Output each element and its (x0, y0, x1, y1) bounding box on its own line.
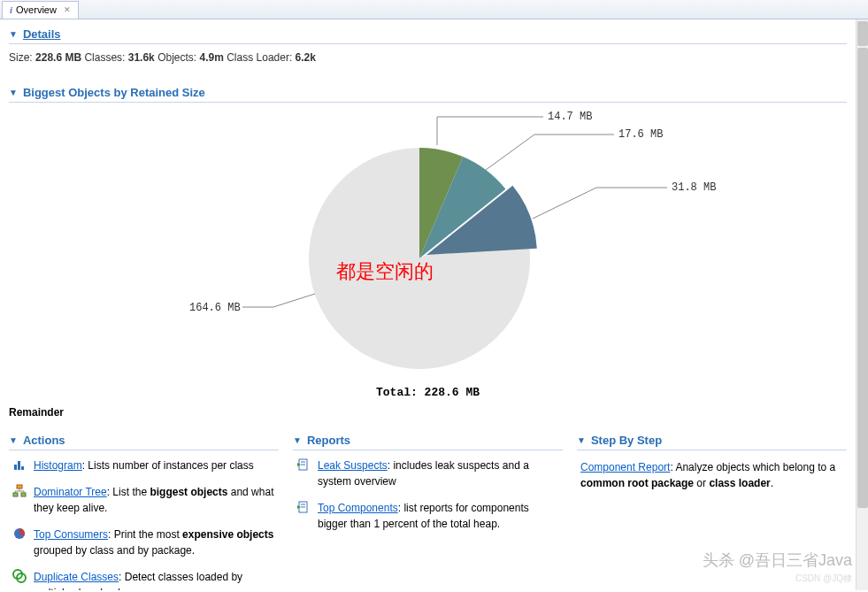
action-dominator: Dominator Tree: List the biggest objects… (9, 477, 279, 519)
section-title: Reports (307, 434, 350, 447)
histogram-icon (12, 457, 27, 472)
report-icon (296, 500, 311, 514)
link-dominator[interactable]: Dominator Tree (34, 486, 107, 498)
info-icon: i (10, 4, 12, 15)
link-leak[interactable]: Leak Suspects (318, 459, 388, 472)
svg-rect-12 (13, 493, 18, 496)
svg-line-6 (273, 294, 315, 307)
svg-rect-10 (21, 466, 24, 470)
twisty-icon: ▼ (9, 29, 18, 39)
tab-overview[interactable]: i Overview ✕ (2, 1, 79, 19)
close-icon[interactable]: ✕ (64, 5, 71, 14)
link-duplicate[interactable]: Duplicate Classes (34, 571, 119, 583)
svg-rect-8 (14, 465, 17, 470)
step-component: Component Report: Analyze objects which … (577, 450, 847, 495)
section-details-header[interactable]: ▼ Details (9, 25, 847, 44)
slice-label-2: 17.6 MB (618, 128, 663, 141)
report-leak: Leak Suspects: includes leak suspects an… (293, 450, 563, 493)
pie-icon (12, 527, 27, 541)
twisty-icon: ▼ (293, 435, 302, 445)
svg-rect-11 (17, 485, 22, 488)
section-title: Step By Step (591, 434, 662, 447)
tab-bar: i Overview ✕ (0, 0, 868, 19)
link-top[interactable]: Top Components (318, 502, 398, 514)
svg-rect-13 (21, 493, 26, 496)
content-pane: ▼ Details Size: 228.6 MB Classes: 31.6k … (0, 19, 856, 590)
slice-label-1: 14.7 MB (548, 111, 592, 123)
section-actions-header[interactable]: ▼ Actions (9, 431, 279, 450)
tree-icon (12, 484, 27, 498)
link-component[interactable]: Component Report (580, 461, 670, 473)
action-duplicate: Duplicate Classes: Detect classes loaded… (9, 562, 279, 590)
link-histogram[interactable]: Histogram (34, 459, 82, 472)
slice-label-3: 31.8 MB (672, 181, 716, 194)
report-top: Top Components: list reports for compone… (293, 493, 563, 535)
svg-line-2 (486, 135, 534, 170)
scrollbar-thumb[interactable] (857, 48, 868, 508)
twisty-icon: ▼ (9, 88, 18, 97)
remainder-label: Remainder (9, 399, 847, 431)
link-consumers[interactable]: Top Consumers (34, 528, 108, 541)
report-icon (296, 457, 311, 472)
section-reports-header[interactable]: ▼ Reports (293, 431, 563, 450)
scroll-up-icon[interactable] (857, 21, 868, 46)
col-reports: ▼ Reports Leak Suspects: includes leak s… (293, 431, 563, 590)
section-step-header[interactable]: ▼ Step By Step (577, 431, 847, 450)
col-actions: ▼ Actions Histogram: Lists number of ins… (9, 431, 279, 590)
watermark: 头杀 @吾日三省Java (703, 550, 852, 571)
section-title: Details (23, 27, 61, 41)
action-histogram: Histogram: Lists number of instances per… (9, 450, 279, 477)
chart-annotation: 都是空闲的 (336, 258, 434, 285)
details-summary: Size: 228.6 MB Classes: 31.6k Objects: 4… (9, 44, 847, 71)
scrollbar[interactable] (856, 19, 868, 590)
section-title: Actions (23, 434, 65, 447)
tab-label: Overview (16, 4, 57, 15)
twisty-icon: ▼ (9, 435, 18, 445)
section-title: Biggest Objects by Retained Size (23, 86, 205, 99)
action-consumers: Top Consumers: Print the most expensive … (9, 519, 279, 562)
twisty-icon: ▼ (577, 435, 586, 445)
chart-total: Total: 228.6 MB (9, 386, 847, 399)
duplicate-icon (12, 569, 27, 583)
svg-rect-9 (18, 461, 20, 470)
pie-chart: 14.7 MB 17.6 MB 31.8 MB 164.6 MB 都是空闲的 (9, 108, 847, 382)
svg-line-4 (533, 188, 596, 219)
section-biggest-header[interactable]: ▼ Biggest Objects by Retained Size (9, 83, 847, 103)
watermark-small: CSDN @JQ棣 (795, 573, 852, 585)
slice-label-0: 164.6 MB (189, 302, 241, 314)
